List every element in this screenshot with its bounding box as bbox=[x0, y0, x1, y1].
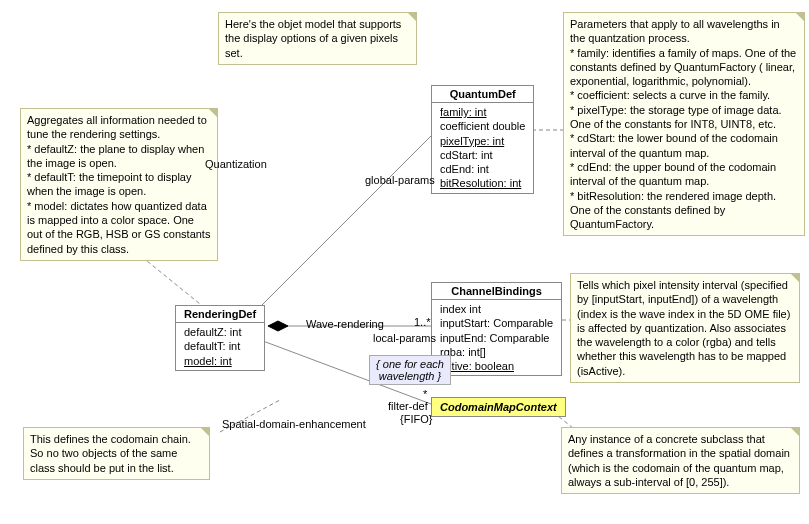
label-local-params: local-params bbox=[373, 332, 436, 344]
note-top-center: Here's the objet model that supports the… bbox=[218, 12, 417, 65]
svg-marker-5 bbox=[268, 321, 288, 331]
note-text: Aggregates all information needed to tun… bbox=[27, 114, 210, 255]
note-text: This defines the codomain chain. So no t… bbox=[30, 433, 191, 474]
label-wave-rendering: Wave-rendering bbox=[306, 318, 384, 330]
note-codomain-chain: This defines the codomain chain. So no t… bbox=[23, 427, 210, 480]
label-one-star: 1..* bbox=[414, 316, 431, 328]
note-text: Parameters that apply to all wavelengths… bbox=[570, 18, 796, 230]
note-codomain-instance: Any instance of a concrete subclass that… bbox=[561, 427, 800, 494]
attr: inputEnd: Comparable bbox=[440, 331, 553, 345]
note-channel: Tells which pixel intensity interval (sp… bbox=[570, 273, 800, 383]
note-text: Tells which pixel intensity interval (sp… bbox=[577, 279, 790, 377]
class-codomainmapcontext: CodomainMapContext bbox=[431, 397, 566, 417]
attr: defaultZ: int bbox=[184, 325, 256, 339]
label-fifo: {FIFO} bbox=[400, 413, 432, 425]
class-header: ChannelBindings bbox=[432, 283, 561, 300]
constraint-text: { one for each wavelength } bbox=[376, 358, 444, 382]
class-header: QuantumDef bbox=[432, 86, 533, 103]
attr: cdStart: int bbox=[440, 148, 525, 162]
note-aggregates: Aggregates all information needed to tun… bbox=[20, 108, 218, 261]
constraint-wavelength: { one for each wavelength } bbox=[369, 355, 451, 385]
note-params: Parameters that apply to all wavelengths… bbox=[563, 12, 805, 236]
attr: model: int bbox=[184, 354, 256, 368]
attr: inputStart: Comparable bbox=[440, 316, 553, 330]
class-quantumdef: QuantumDef family: int coefficient doubl… bbox=[431, 85, 534, 194]
attr: pixelType: int bbox=[440, 134, 525, 148]
attr: coefficient double bbox=[440, 119, 525, 133]
label-star: * bbox=[423, 388, 427, 400]
attr: bitResolution: int bbox=[440, 176, 525, 190]
class-body: index int inputStart: Comparable inputEn… bbox=[432, 300, 561, 375]
attr: cdEnd: int bbox=[440, 162, 525, 176]
attr: rgba: int[] bbox=[440, 345, 553, 359]
svg-line-2 bbox=[249, 136, 431, 318]
label-quantization: Quantization bbox=[205, 158, 267, 170]
note-text: Any instance of a concrete subclass that… bbox=[568, 433, 790, 488]
attr: family: int bbox=[440, 105, 525, 119]
label-spatial: Spatial-domain-enhancement bbox=[222, 418, 366, 430]
class-renderingdef: RenderingDef defaultZ: int defaultT: int… bbox=[175, 305, 265, 371]
class-name: CodomainMapContext bbox=[440, 401, 557, 413]
attr: active: boolean bbox=[440, 359, 553, 373]
note-text: Here's the objet model that supports the… bbox=[225, 18, 401, 59]
label-filter-def: filter-def bbox=[388, 400, 428, 412]
class-header: RenderingDef bbox=[176, 306, 264, 323]
attr: index int bbox=[440, 302, 553, 316]
label-global-params: global-params bbox=[365, 174, 435, 186]
attr: defaultT: int bbox=[184, 339, 256, 353]
class-body: defaultZ: int defaultT: int model: int bbox=[176, 323, 264, 370]
class-body: family: int coefficient double pixelType… bbox=[432, 103, 533, 193]
